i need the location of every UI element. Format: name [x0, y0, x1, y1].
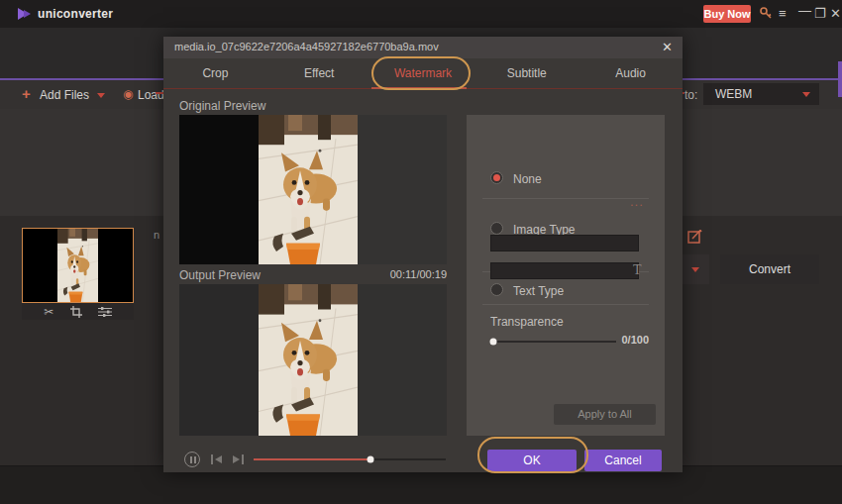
letterbox-right — [358, 115, 447, 264]
divider — [482, 198, 649, 199]
tab-effect[interactable]: Effect — [267, 58, 371, 88]
minimize-icon[interactable]: — — [798, 3, 811, 19]
seek-progress — [254, 458, 370, 460]
cancel-button[interactable]: Cancel — [584, 450, 662, 471]
trim-icon[interactable]: ✂ — [44, 306, 53, 318]
radio-image-type[interactable] — [490, 222, 503, 235]
row-format-dropdown[interactable] — [682, 254, 709, 284]
add-files-icon: + — [22, 85, 31, 102]
active-tab-indicator — [371, 87, 467, 89]
video-frame — [57, 229, 98, 302]
thumbnail-toolbar: ✂ — [22, 303, 134, 320]
text-type-label: Text Type — [513, 284, 564, 298]
effects-icon[interactable] — [98, 306, 112, 318]
convert-to-label: to: — [684, 88, 697, 102]
skip-end-button[interactable] — [231, 454, 245, 465]
seek-slider[interactable] — [254, 458, 446, 460]
app-name: uniconverter — [38, 7, 113, 21]
dialog-tabs: Crop Effect Watermark Subtitle Audio — [163, 58, 683, 89]
transparence-label: Transparence — [490, 315, 564, 329]
radio-none[interactable] — [490, 171, 503, 184]
text-style-icon[interactable]: T — [633, 262, 642, 278]
tab-watermark[interactable]: Watermark — [371, 58, 475, 88]
dialog-title: media.io_07c9622e7206a4a45927182e6770ba9… — [174, 41, 439, 52]
original-preview-label: Original Preview — [179, 99, 265, 113]
output-video-frame — [259, 284, 358, 436]
edit-format-icon[interactable] — [687, 229, 702, 244]
window-titlebar: uniconverter Buy Now ≡ — ❐ ✕ — [0, 0, 842, 28]
filename-fragment: n — [154, 229, 159, 241]
maximize-icon[interactable]: ❐ — [814, 6, 826, 22]
transparence-handle[interactable] — [490, 339, 497, 346]
letterbox-left — [179, 115, 259, 264]
dialog-titlebar: media.io_07c9622e7206a4a45927182e6770ba9… — [163, 37, 683, 58]
scroll-accent — [838, 61, 842, 97]
transparence-value: 0/100 — [595, 334, 649, 346]
register-key-icon[interactable] — [759, 6, 773, 20]
letterbox-left — [179, 284, 259, 436]
add-files-caret-icon[interactable] — [97, 93, 105, 98]
add-files-button[interactable]: Add Files — [40, 88, 89, 102]
text-watermark-input[interactable] — [490, 262, 639, 279]
image-path-input[interactable] — [490, 235, 639, 252]
skip-start-button[interactable] — [210, 454, 224, 465]
load-button[interactable]: Load — [138, 88, 164, 102]
watermark-dialog: media.io_07c9622e7206a4a45927182e6770ba9… — [163, 37, 683, 472]
tab-subtitle[interactable]: Subtitle — [474, 58, 579, 88]
load-icon: ◉ — [123, 87, 133, 101]
ok-button[interactable]: OK — [487, 450, 577, 471]
none-label: None — [513, 172, 542, 186]
browse-button[interactable]: ... — [630, 194, 644, 209]
tab-crop[interactable]: Crop — [163, 58, 267, 88]
apply-to-all-button[interactable]: Apply to All — [554, 404, 656, 425]
crop-icon[interactable] — [70, 306, 82, 318]
tab-audio[interactable]: Audio — [579, 58, 683, 88]
seek-handle[interactable] — [368, 456, 374, 463]
app-logo-icon-inner — [24, 10, 31, 18]
row-caret-icon — [691, 267, 699, 272]
row-convert-button[interactable]: Convert — [720, 254, 819, 284]
original-video-frame — [259, 115, 358, 264]
letterbox-right — [358, 284, 447, 436]
output-preview — [179, 284, 447, 436]
time-display: 00:11/00:19 — [348, 268, 447, 280]
output-preview-label: Output Preview — [179, 268, 261, 282]
radio-text-type[interactable] — [490, 283, 503, 296]
divider — [482, 304, 649, 305]
output-format-dropdown[interactable]: WEBM — [703, 83, 819, 105]
pause-button[interactable] — [184, 452, 200, 467]
format-caret-icon — [802, 92, 810, 97]
window-close-icon[interactable]: ✕ — [830, 6, 841, 22]
app-window: uniconverter Buy Now ≡ — ❐ ✕ — [0, 0, 842, 504]
dialog-close-icon[interactable]: ✕ — [662, 40, 673, 54]
menu-icon[interactable]: ≡ — [779, 6, 787, 22]
original-preview — [179, 115, 447, 264]
buy-now-button[interactable]: Buy Now — [703, 5, 751, 23]
video-thumbnail[interactable] — [22, 228, 134, 303]
watermark-options-panel: None Image Type ... Text Type T Transpar… — [467, 115, 665, 436]
output-format-value: WEBM — [715, 87, 752, 101]
